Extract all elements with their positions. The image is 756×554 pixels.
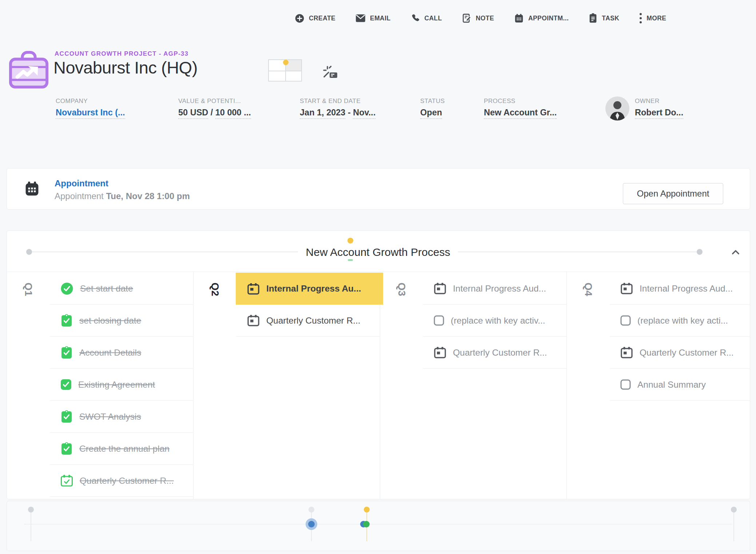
calendar-dark-icon [620,282,633,295]
appointment-subtitle-time: Tue, Nov 28 1:00 pm [106,191,190,201]
project-label: ACCOUNT GROWTH PROJECT - AGP-33 [55,50,188,58]
field-company: COMPANY Novaburst Inc (... [56,98,125,118]
quarter-label-q2: Q2 [204,278,226,300]
envelope-icon [355,14,366,23]
create-button[interactable]: CREATE [295,13,335,23]
quarter-label-q4: Q4 [577,278,599,300]
briefcase-growth-icon [7,48,50,91]
task-done-icon [60,410,73,423]
process-progress-marker [348,259,353,261]
calendar-dark-icon [620,346,633,359]
appointment-button[interactable]: APPOINTM... [514,13,569,23]
process-current-marker[interactable] [347,238,353,244]
clipboard-icon [589,13,597,23]
task-done-icon [60,442,73,455]
email-label: EMAIL [370,15,390,22]
column-divider [380,272,380,499]
create-label: CREATE [309,15,335,22]
task-item[interactable]: Create the annual plan [50,433,193,465]
end-date-field[interactable]: Nov... [353,108,375,119]
timeline-end-dot[interactable] [731,507,737,513]
task-item[interactable]: Internal Progress Aud... [423,273,566,305]
calendar-icon [24,181,40,198]
calendar-dark-icon [247,314,260,327]
timeline-footer-card [7,501,750,551]
quarter-label-q1: Q1 [17,278,39,300]
potential-field[interactable]: 10 000 ... [215,108,251,119]
note-pencil-icon [462,13,471,23]
timeline-milestone-dot[interactable] [309,507,314,513]
timeline-current-dot[interactable] [364,507,370,513]
plus-circle-icon [295,13,305,23]
task-done-icon [60,314,73,327]
timeline-today-dot[interactable] [308,521,315,527]
checkbox-empty-icon [620,315,631,326]
value-field[interactable]: 50 USD [178,108,208,119]
field-process-label: PROCESS [484,98,557,105]
call-label: CALL [425,15,442,22]
field-owner: OWNER Robert Do... [635,98,683,118]
field-dates: START & END DATE Jan 1, 2023 - Nov... [300,98,375,118]
timeline-start-dot[interactable] [28,507,34,513]
timeline-tick [31,510,31,541]
column-divider [566,272,567,499]
calendar-dark-icon [247,282,260,295]
appointment-subtitle-prefix: Appointment [55,191,104,201]
task-item[interactable]: Set start date [50,273,193,305]
status-field[interactable]: Open [420,108,442,119]
task-item[interactable]: Annual Summary [610,369,750,401]
process-header-separator [7,272,750,272]
process-line-end-dot[interactable] [697,249,703,255]
crm-project-page: CREATE EMAIL CALL NOTE APPOINTM... TASK … [0,0,756,554]
task-item[interactable]: Quarterly Customer R... [610,337,750,369]
checkbox-empty-icon [434,315,444,326]
field-status: STATUS Open [420,98,445,118]
appointment-label: APPOINTM... [528,15,569,22]
field-process: PROCESS New Account Gr... [484,98,557,118]
collapse-chevron-up-icon[interactable] [731,247,741,257]
field-value-label: VALUE & POTENTI... [178,98,251,105]
note-button[interactable]: NOTE [462,13,494,23]
action-toolbar: CREATE EMAIL CALL NOTE APPOINTM... TASK … [295,8,666,28]
task-item[interactable]: Account Details [50,337,193,369]
grid-yellow-marker [283,60,289,65]
more-button[interactable]: MORE [639,13,666,24]
timeline-activity-green-dot[interactable] [363,521,370,527]
value-separator: / [210,108,214,117]
appointment-title-link[interactable]: Appointment [55,178,190,189]
task-item[interactable]: set closing date [50,305,193,337]
calendar-done-icon [60,474,73,487]
company-link[interactable]: Novaburst Inc (... [56,108,125,119]
timeline-axis [24,524,732,525]
check-circle-icon [60,282,73,295]
field-owner-label: OWNER [635,98,683,105]
task-item[interactable]: (replace with key acti... [610,305,750,337]
start-date-field[interactable]: Jan 1, 2023 [300,108,345,119]
dates-separator: - [347,108,351,117]
task-item-highlighted[interactable]: Internal Progress Au... [236,273,383,305]
owner-field[interactable]: Robert Do... [635,108,683,119]
timeline-tick [733,510,734,541]
open-appointment-button[interactable]: Open Appointment [623,183,723,204]
task-label: TASK [602,15,619,22]
ai-summary-icon[interactable] [322,64,338,82]
task-item[interactable]: SWOT Analysis [50,401,193,433]
email-button[interactable]: EMAIL [355,14,390,23]
process-field[interactable]: New Account Gr... [484,108,557,119]
task-item[interactable]: Quarterly Customer R... [236,305,380,337]
checkbox-checked-icon [60,379,72,390]
task-item[interactable]: Quarterly Customer R... [50,465,193,497]
task-item[interactable]: Internal Progress Aud... [610,273,750,305]
call-button[interactable]: CALL [411,13,442,23]
process-line-start-dot[interactable] [26,249,32,255]
field-company-label: COMPANY [56,98,125,105]
task-item[interactable]: (replace with key activ... [423,305,566,337]
task-item[interactable]: Existing Agreement [50,369,193,401]
task-button[interactable]: TASK [589,13,619,23]
field-dates-label: START & END DATE [300,98,375,105]
task-item[interactable]: Quarterly Customer R... [423,337,566,369]
field-value-potential: VALUE & POTENTI... 50 USD / 10 000 ... [178,98,251,118]
column-divider [193,272,194,499]
kebab-icon [639,13,642,24]
owner-avatar [605,96,629,122]
